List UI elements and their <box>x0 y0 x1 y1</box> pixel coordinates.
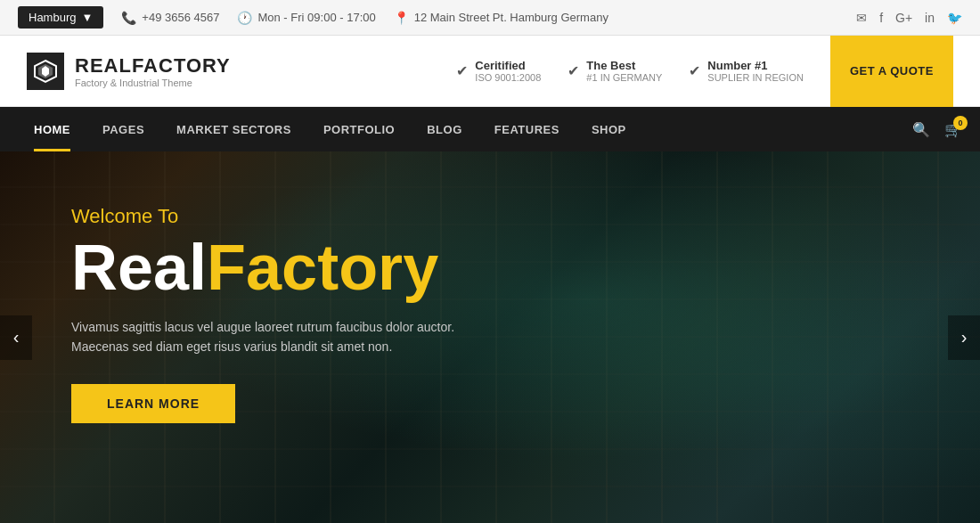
hero-content: Welcome To RealFactory Vivamus sagittis … <box>0 151 552 477</box>
hero-section: ‹ › Welcome To RealFactory Vivamus sagit… <box>0 151 980 523</box>
logo-area: REALFACTORY Factory & Industrial Theme <box>27 53 231 90</box>
main-nav: HOME PAGES MARKET SECTORS PORTFOLIO BLOG… <box>0 107 980 151</box>
location-icon: 📍 <box>394 11 409 25</box>
nav-items: HOME PAGES MARKET SECTORS PORTFOLIO BLOG… <box>18 107 912 151</box>
clock-icon: 🕐 <box>237 11 252 25</box>
hero-title: RealFactory <box>71 235 481 299</box>
hero-title-white: Real <box>71 232 207 303</box>
badge-certified-text: Ceritified ISO 9001:2008 <box>475 59 541 83</box>
email-icon[interactable]: ✉ <box>856 11 867 25</box>
quote-button[interactable]: Get A Quote <box>830 36 953 107</box>
twitter-icon[interactable]: 🐦 <box>947 11 962 25</box>
site-header: REALFACTORY Factory & Industrial Theme ✔… <box>0 36 980 107</box>
next-slide-button[interactable]: › <box>948 315 980 360</box>
nav-portfolio[interactable]: PORTFOLIO <box>307 107 411 151</box>
nav-home[interactable]: HOME <box>18 107 86 151</box>
nav-features[interactable]: FEATURES <box>478 107 576 151</box>
hours-text: Mon - Fri 09:00 - 17:00 <box>257 11 375 24</box>
location-dropdown[interactable]: Hamburg ▼ <box>18 6 103 29</box>
nav-blog[interactable]: BLOG <box>411 107 478 151</box>
logo-svg <box>33 59 58 84</box>
search-icon[interactable]: 🔍 <box>912 121 930 138</box>
location-label: Hamburg <box>29 11 76 24</box>
hero-welcome: Welcome To <box>71 205 481 228</box>
brand-name: REALFACTORY <box>75 54 231 78</box>
badge-title-3: Number #1 <box>707 59 804 72</box>
top-bar-left: Hamburg ▼ 📞 +49 3656 4567 🕐 Mon - Fri 09… <box>18 6 608 29</box>
hours-info: 🕐 Mon - Fri 09:00 - 17:00 <box>237 11 375 25</box>
phone-icon: 📞 <box>121 11 136 25</box>
nav-market-sectors[interactable]: MARKET SECTORS <box>160 107 307 151</box>
hero-cta-button[interactable]: Learn More <box>71 384 235 423</box>
check-icon-1: ✔ <box>456 62 468 79</box>
dropdown-arrow-icon: ▼ <box>81 11 93 24</box>
social-links: ✉ f G+ in 🐦 <box>856 11 962 25</box>
phone-number: +49 3656 4567 <box>142 11 219 24</box>
badge-best: ✔ The Best #1 IN GERMANY <box>568 59 662 83</box>
nav-right: 🔍 🛒 0 <box>912 121 962 138</box>
badge-best-text: The Best #1 IN GERMANY <box>586 59 662 83</box>
logo-text: REALFACTORY Factory & Industrial Theme <box>75 54 231 88</box>
address-text: 12 Main Street Pt. Hamburg Germany <box>414 11 608 24</box>
badge-number1-text: Number #1 SUPLIER IN REGION <box>707 59 804 83</box>
badge-title-1: Ceritified <box>475 59 541 72</box>
top-bar: Hamburg ▼ 📞 +49 3656 4567 🕐 Mon - Fri 09… <box>0 0 980 36</box>
cart-wrapper[interactable]: 🛒 0 <box>944 121 962 138</box>
cart-badge: 0 <box>953 116 968 130</box>
address-info: 📍 12 Main Street Pt. Hamburg Germany <box>394 11 608 25</box>
hero-title-yellow: Factory <box>207 232 438 303</box>
header-badges: ✔ Ceritified ISO 9001:2008 ✔ The Best #1… <box>456 59 804 83</box>
check-icon-2: ✔ <box>568 62 579 79</box>
prev-slide-button[interactable]: ‹ <box>0 315 32 360</box>
check-icon-3: ✔ <box>689 62 700 79</box>
phone-info: 📞 +49 3656 4567 <box>121 11 219 25</box>
facebook-icon[interactable]: f <box>879 11 883 25</box>
nav-pages[interactable]: PAGES <box>86 107 160 151</box>
badge-certified: ✔ Ceritified ISO 9001:2008 <box>456 59 541 83</box>
badge-sub-3: SUPLIER IN REGION <box>707 72 804 83</box>
badge-title-2: The Best <box>586 59 662 72</box>
badge-sub-1: ISO 9001:2008 <box>475 72 541 83</box>
nav-shop[interactable]: SHOP <box>576 107 642 151</box>
hero-description: Vivamus sagittis lacus vel augue laoreet… <box>71 317 481 357</box>
badge-number1: ✔ Number #1 SUPLIER IN REGION <box>689 59 804 83</box>
badge-sub-2: #1 IN GERMANY <box>586 72 662 83</box>
logo-icon <box>27 53 64 90</box>
googleplus-icon[interactable]: G+ <box>895 11 912 25</box>
linkedin-icon[interactable]: in <box>925 11 935 25</box>
brand-sub: Factory & Industrial Theme <box>75 78 231 88</box>
